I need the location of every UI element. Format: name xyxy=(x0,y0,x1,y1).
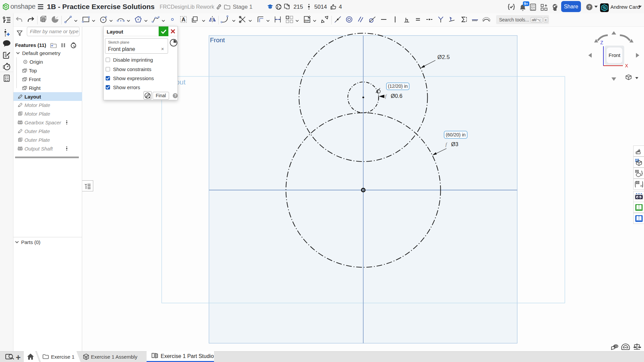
svg-text:Z: Z xyxy=(600,40,603,45)
svg-text:Ø3: Ø3 xyxy=(451,141,458,147)
svg-text:A: A xyxy=(181,16,185,22)
svg-text:x): x) xyxy=(640,183,643,188)
svg-text:Ø0.6: Ø0.6 xyxy=(391,93,402,99)
svg-text:(60/20) in: (60/20) in xyxy=(446,132,466,137)
svg-text:(12/20) in: (12/20) in xyxy=(388,83,408,89)
svg-text:?: ? xyxy=(588,5,591,10)
svg-text:Ø2.5: Ø2.5 xyxy=(437,54,450,60)
svg-text:DXF: DXF xyxy=(305,19,310,22)
svg-text:X: X xyxy=(625,63,628,68)
svg-text:Front: Front xyxy=(608,52,621,58)
svg-text:Front: Front xyxy=(210,37,225,44)
